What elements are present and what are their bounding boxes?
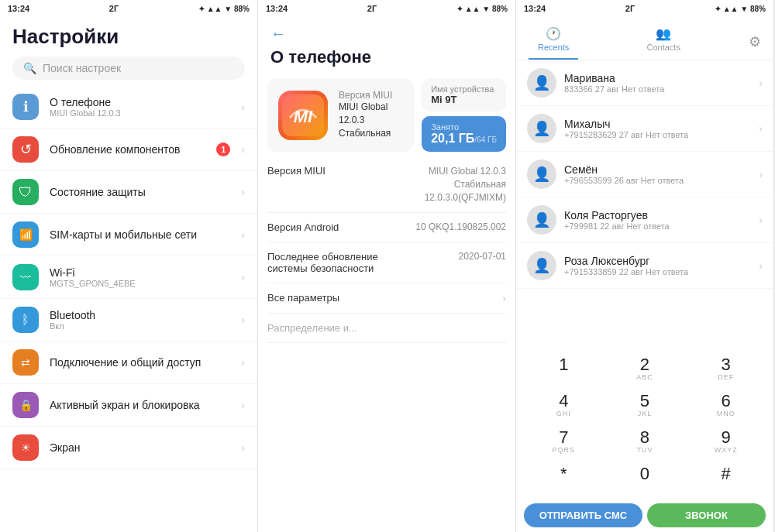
settings-header: Настройки 🔍 Поиск настроек — [0, 17, 257, 86]
update-arrow: › — [241, 143, 245, 156]
wifi-label: Wi-Fi — [50, 266, 230, 279]
dial-key-3[interactable]: 3 DEF — [686, 352, 766, 386]
contact-detail-marivana: 833366 27 авг Нет ответа — [564, 84, 751, 94]
time-2: 13:24 — [266, 4, 288, 13]
battery-icon-2: ✦ ▲▲ ▼ 88% — [456, 5, 508, 13]
tab-contacts[interactable]: 👥 Contacts — [637, 23, 689, 60]
avatar-roza: 👤 — [527, 251, 556, 280]
dial-key-0[interactable]: 0 — [605, 461, 685, 496]
dial-letters-9: WXYZ — [715, 446, 738, 455]
settings-item-bluetooth[interactable]: ᛒ Bluetooth Вкл › — [0, 299, 257, 342]
dial-letters-6: MNO — [717, 410, 735, 418]
carrier-3: 2Г — [625, 4, 635, 13]
dial-num-7: 7 — [559, 429, 568, 446]
back-button[interactable]: ← — [270, 25, 503, 43]
settings-item-wifi[interactable]: 〰 Wi-Fi MGTS_GPON5_4EBE › — [0, 256, 257, 299]
settings-item-lockscreen[interactable]: 🔒 Активный экран и блокировка › — [0, 384, 257, 427]
about-value: MIUI Global 12.0.3 — [50, 108, 230, 118]
settings-item-security[interactable]: 🛡 Состояние защиты › — [0, 171, 257, 214]
miui-version-value: MIUI Global 12.0.3 Стабильная — [339, 101, 403, 139]
info-label-security: Последнее обновление системы безопасност… — [267, 251, 391, 274]
dialpad-bottom: ОТПРАВИТЬ СМС ЗВОНОК — [516, 500, 773, 532]
wifi-text: Wi-Fi MGTS_GPON5_4EBE — [50, 266, 230, 288]
dial-letters-4: GHI — [556, 410, 571, 418]
wifi-icon: 〰 — [12, 264, 39, 290]
settings-item-display[interactable]: ☀ Экран › — [0, 427, 257, 469]
call-button[interactable]: ЗВОНОК — [647, 503, 766, 527]
dial-num-hash: # — [722, 465, 731, 482]
info-item-android[interactable]: Версия Android 10 QKQ1.190825.002 — [267, 213, 506, 242]
sim-text: SIM-карты и мобильные сети — [50, 228, 230, 241]
battery-icon-3: ✦ ▲▲ ▼ 88% — [715, 5, 766, 13]
search-bar[interactable]: 🔍 Поиск настроек — [12, 57, 245, 80]
storage-label: Занято — [431, 122, 497, 132]
lockscreen-arrow: › — [241, 399, 245, 411]
dial-num-3: 3 — [722, 356, 731, 373]
display-label: Экран — [50, 441, 230, 454]
search-icon: 🔍 — [23, 62, 36, 74]
dial-key-1[interactable]: 1 — [524, 352, 604, 386]
sms-button[interactable]: ОТПРАВИТЬ СМС — [524, 503, 642, 527]
info-item-extra[interactable]: Распределение и... — [267, 314, 506, 343]
dial-letters-3: DEF — [718, 373, 734, 382]
tab-recents[interactable]: 🕐 Recents — [529, 23, 578, 60]
about-icon: ℹ — [12, 94, 39, 120]
carrier-1: 2Г — [109, 4, 119, 13]
device-name-value: Mi 9T — [431, 94, 497, 105]
sim-arrow: › — [241, 228, 245, 241]
dial-key-9[interactable]: 9 WXYZ — [686, 424, 766, 459]
dial-key-2[interactable]: 2 ABC — [605, 352, 685, 386]
connection-label: Подключение и общий доступ — [50, 356, 230, 369]
dial-num-star: * — [560, 465, 567, 482]
info-label-miui: Версия MIUI — [267, 165, 425, 177]
dial-letters-7: PQRS — [553, 446, 576, 455]
about-arrow: › — [241, 101, 245, 113]
lockscreen-label: Активный экран и блокировка — [50, 399, 230, 411]
dial-num-9: 9 — [722, 429, 731, 446]
info-label-android: Версия Android — [267, 221, 415, 233]
sim-icon: 📶 — [12, 221, 39, 248]
about-text: О телефоне MIUI Global 12.0.3 — [50, 96, 230, 118]
contact-arrow-roza: › — [759, 259, 763, 272]
contacts-label: Contacts — [646, 43, 680, 52]
contact-arrow-semen: › — [759, 168, 763, 180]
dial-key-7[interactable]: 7 PQRS — [524, 424, 604, 459]
dial-key-hash[interactable]: # — [686, 461, 766, 496]
info-item-all-params[interactable]: Все параметры › — [267, 283, 506, 314]
contact-roza[interactable]: 👤 Роза Люксенбург +7915333859 22 авг Нет… — [516, 243, 773, 289]
dial-key-8[interactable]: 8 TUV — [605, 424, 685, 459]
contact-info-kolya: Коля Расторгуев +799981 22 авг Нет ответ… — [564, 209, 751, 231]
dial-key-4[interactable]: 4 GHI — [524, 388, 604, 423]
settings-gear-icon[interactable]: ⚙ — [749, 33, 761, 50]
dial-key-5[interactable]: 5 JKL — [605, 388, 685, 423]
phone-tabs: 🕐 Recents 👥 Contacts ⚙ — [516, 17, 773, 60]
time-1: 13:24 — [8, 4, 29, 13]
avatar-mikhalych: 👤 — [527, 114, 556, 143]
recents-list: 👤 Маривана 833366 27 авг Нет ответа › 👤 … — [516, 60, 773, 347]
status-bar-2: 13:24 2Г ✦ ▲▲ ▼ 88% — [258, 0, 515, 17]
settings-item-update[interactable]: ↺ Обновление компонентов 1 › — [0, 129, 257, 171]
info-item-security[interactable]: Последнее обновление системы безопасност… — [267, 242, 506, 283]
settings-item-connection[interactable]: ⇄ Подключение и общий доступ › — [0, 342, 257, 384]
wifi-arrow: › — [241, 271, 245, 283]
contact-name-kolya: Коля Расторгуев — [564, 209, 751, 221]
dial-key-star[interactable]: * — [524, 461, 604, 496]
dial-letters-5: JKL — [638, 410, 653, 418]
contact-semen[interactable]: 👤 Семён +796553599 26 авг Нет ответа › — [516, 152, 773, 197]
settings-item-sim[interactable]: 📶 SIM-карты и мобильные сети › — [0, 214, 257, 256]
security-label: Состояние защиты — [50, 186, 230, 198]
dial-key-6[interactable]: 6 MNO — [686, 388, 766, 423]
contact-mikhalych[interactable]: 👤 Михалыч +7915283629 27 авг Нет ответа … — [516, 106, 773, 152]
security-text: Состояние защиты — [50, 186, 230, 198]
avatar-marivana: 👤 — [527, 68, 556, 98]
contact-marivana[interactable]: 👤 Маривана 833366 27 авг Нет ответа › — [516, 60, 773, 106]
bluetooth-arrow: › — [241, 314, 245, 326]
settings-item-about[interactable]: ℹ О телефоне MIUI Global 12.0.3 › — [0, 86, 257, 129]
all-params-arrow: › — [502, 292, 506, 304]
contact-kolya[interactable]: 👤 Коля Расторгуев +799981 22 авг Нет отв… — [516, 197, 773, 243]
bluetooth-text: Bluetooth Вкл — [50, 309, 230, 331]
info-item-miui-version[interactable]: Версия MIUI MIUI Global 12.0.3 Стабильна… — [267, 156, 506, 213]
status-icons-1: ✦ ▲▲ ▼ 88% — [198, 5, 250, 13]
dial-num-5: 5 — [640, 393, 649, 410]
contact-info-roza: Роза Люксенбург +7915333859 22 авг Нет о… — [564, 255, 751, 276]
